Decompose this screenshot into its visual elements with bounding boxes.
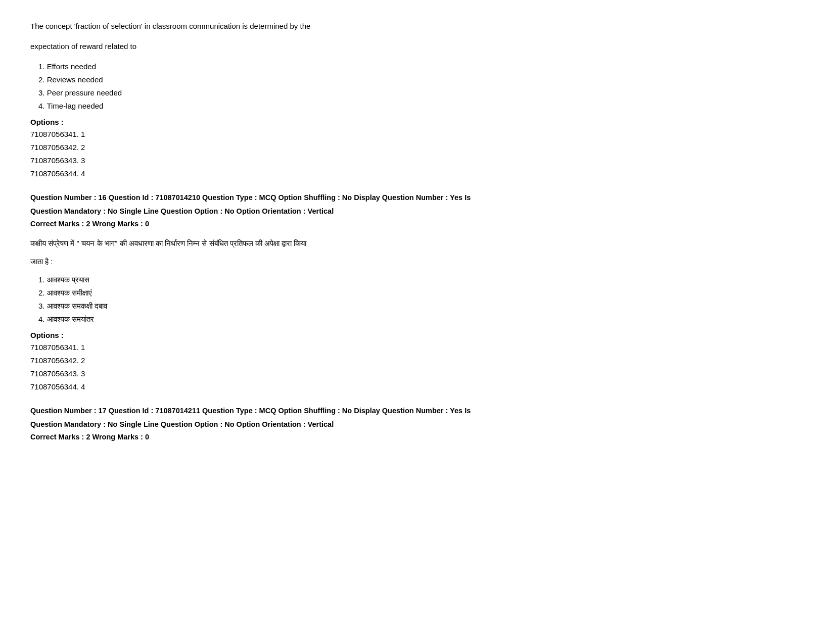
- list-item: 2. Reviews needed: [38, 74, 804, 86]
- list-item: 4. Time-lag needed: [38, 100, 804, 112]
- list-item: 1. आवश्यक प्रयास: [38, 274, 804, 286]
- q16-hindi-line2: जाता है :: [30, 256, 804, 268]
- q16-hindi-line1: कक्षीय संप्रेषण में '' चयन के भाग'' की अ…: [30, 237, 804, 250]
- list-item: 71087056344. 4: [30, 168, 804, 180]
- q17-section: Question Number : 17 Question Id : 71087…: [30, 405, 804, 443]
- q16-choices-list: 1. आवश्यक प्रयास 2. आवश्यक समीक्षाएं 3. …: [38, 274, 804, 325]
- q17-meta-line2: Question Mandatory : No Single Line Ques…: [30, 419, 804, 430]
- q17-meta-line1: Question Number : 17 Question Id : 71087…: [30, 405, 804, 417]
- list-item: 71087056344. 4: [30, 381, 804, 393]
- q15-choices: 1. Efforts needed 2. Reviews needed 3. P…: [30, 61, 804, 180]
- list-item: 1. Efforts needed: [38, 61, 804, 73]
- q16-marks: Correct Marks : 2 Wrong Marks : 0: [30, 218, 804, 230]
- list-item: 4. आवश्यक समयांतर: [38, 313, 804, 325]
- q16-options-label: Options :: [30, 329, 804, 341]
- q16-meta-line2: Question Mandatory : No Single Line Ques…: [30, 206, 804, 217]
- q17-marks: Correct Marks : 2 Wrong Marks : 0: [30, 431, 804, 443]
- intro-text-line1: The concept 'fraction of selection' in c…: [30, 20, 804, 32]
- list-item: 71087056341. 1: [30, 341, 804, 354]
- q16-meta-line1: Question Number : 16 Question Id : 71087…: [30, 192, 804, 204]
- list-item: 71087056343. 3: [30, 155, 804, 167]
- list-item: 2. आवश्यक समीक्षाएं: [38, 287, 804, 299]
- list-item: 71087056342. 2: [30, 141, 804, 154]
- q15-choices-list: 1. Efforts needed 2. Reviews needed 3. P…: [38, 61, 804, 112]
- q15-options-label: Options :: [30, 116, 804, 128]
- q16-section: Question Number : 16 Question Id : 71087…: [30, 192, 804, 393]
- list-item: 3. आवश्यक समकक्षी दबाव: [38, 300, 804, 312]
- list-item: 71087056341. 1: [30, 128, 804, 140]
- intro-text-line2: expectation of reward related to: [30, 40, 804, 53]
- list-item: 71087056342. 2: [30, 355, 804, 367]
- list-item: 3. Peer pressure needed: [38, 87, 804, 99]
- list-item: 71087056343. 3: [30, 368, 804, 380]
- intro-question: The concept 'fraction of selection' in c…: [30, 20, 804, 53]
